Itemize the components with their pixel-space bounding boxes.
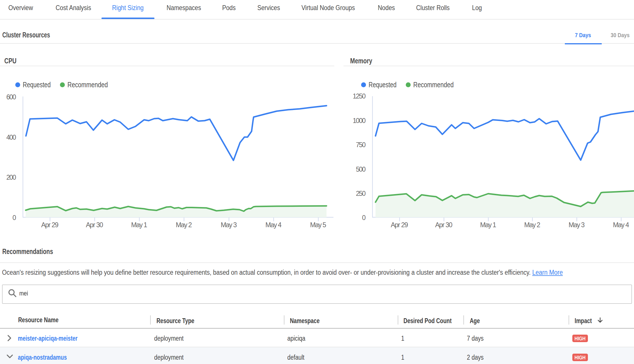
svg-text:500: 500 bbox=[356, 166, 366, 173]
svg-text:0: 0 bbox=[362, 214, 366, 221]
svg-text:May 4: May 4 bbox=[265, 221, 282, 229]
svg-text:Apr 30: Apr 30 bbox=[86, 221, 103, 229]
svg-text:200: 200 bbox=[6, 174, 16, 181]
svg-text:750: 750 bbox=[356, 141, 366, 149]
svg-text:0: 0 bbox=[12, 214, 16, 221]
svg-text:May 2: May 2 bbox=[524, 221, 540, 229]
svg-text:May 2: May 2 bbox=[176, 221, 192, 229]
svg-text:250: 250 bbox=[356, 190, 366, 197]
svg-text:600: 600 bbox=[6, 93, 16, 101]
svg-text:Apr 29: Apr 29 bbox=[41, 221, 59, 229]
svg-text:May 5: May 5 bbox=[310, 221, 326, 229]
svg-text:May 3: May 3 bbox=[569, 221, 585, 229]
svg-text:Apr 30: Apr 30 bbox=[435, 221, 452, 229]
svg-text:Apr 29: Apr 29 bbox=[391, 221, 408, 229]
svg-text:1000: 1000 bbox=[353, 117, 366, 124]
svg-text:1250: 1250 bbox=[353, 92, 366, 100]
svg-text:400: 400 bbox=[6, 134, 16, 141]
svg-text:May 1: May 1 bbox=[131, 221, 147, 229]
svg-text:May 1: May 1 bbox=[480, 221, 496, 229]
svg-text:May 3: May 3 bbox=[221, 221, 237, 229]
svg-text:May 4: May 4 bbox=[613, 221, 629, 229]
